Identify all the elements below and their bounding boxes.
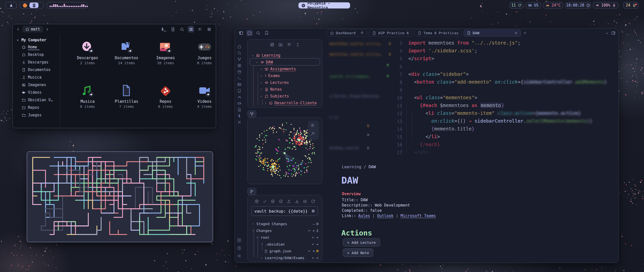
module-notifications[interactable]: 24 bbox=[623, 2, 639, 9]
add-button-partial[interactable] bbox=[343, 249, 373, 251]
chevron-right-icon[interactable] bbox=[260, 67, 263, 71]
media-widget[interactable]: Polyphia - Neurotica bbox=[298, 2, 350, 9]
new-folder-icon[interactable] bbox=[278, 43, 283, 47]
change-list-icon[interactable] bbox=[303, 199, 307, 203]
tree-item-assignments[interactable]: Assignments bbox=[260, 66, 296, 72]
ribbon-help-icon[interactable] bbox=[235, 244, 244, 252]
tab-daw[interactable]: DAW bbox=[464, 29, 521, 37]
tree-item-daw[interactable]: DAW bbox=[255, 59, 273, 65]
sidebar-root[interactable]: My Computer bbox=[16, 37, 60, 43]
chevron-down-icon[interactable] bbox=[256, 236, 259, 239]
folder-descargas[interactable]: Descargas2 items bbox=[69, 41, 106, 65]
code-editor-behind[interactable]: mentoOne.svelte src\co…UmentoTwo.svelte … bbox=[327, 38, 619, 162]
bookmark-icon[interactable] bbox=[263, 30, 270, 36]
backup-icon[interactable] bbox=[255, 199, 259, 203]
graph-panel[interactable] bbox=[247, 117, 322, 184]
launcher-button[interactable] bbox=[6, 2, 17, 9]
chevron-right-icon[interactable] bbox=[260, 74, 263, 78]
panel-left-icon[interactable] bbox=[238, 30, 244, 36]
circuit-art-window[interactable] bbox=[27, 151, 213, 242]
git-panel-tab[interactable] bbox=[247, 188, 256, 195]
ribbon-git-graph-icon[interactable] bbox=[235, 56, 244, 62]
forward-button[interactable] bbox=[45, 27, 49, 31]
file-manager-window[interactable]: matt $_ My Computer HomeDesktopDescargas… bbox=[12, 24, 216, 128]
search-icon[interactable] bbox=[255, 30, 261, 36]
ribbon-vault-icon[interactable] bbox=[235, 236, 244, 244]
sidebar-item-home[interactable]: Home bbox=[16, 43, 60, 51]
tree-item-notes[interactable]: Notes bbox=[260, 86, 282, 93]
module-clock[interactable]: 18:08:28 bbox=[565, 2, 591, 9]
module-keyboard-layout[interactable]: US bbox=[526, 2, 541, 9]
ribbon-file-search-icon[interactable] bbox=[235, 107, 244, 113]
commit-icon[interactable] bbox=[263, 199, 267, 203]
ribbon-book-icon[interactable] bbox=[235, 88, 244, 94]
git-row-actions[interactable]: ↶ + bbox=[312, 242, 318, 246]
sidebar-item-imagenes[interactable]: Imagenes bbox=[16, 81, 60, 89]
sidebar-item-desktop[interactable]: Desktop bbox=[16, 51, 60, 58]
chevron-down-icon[interactable] bbox=[252, 229, 255, 232]
git-row-actions[interactable]: ↶ +2 bbox=[308, 229, 318, 233]
chevron-right-icon[interactable] bbox=[260, 81, 263, 84]
git-row-staged-changes[interactable]: Staged Changes—0 bbox=[252, 221, 318, 227]
clear-icon[interactable] bbox=[311, 209, 315, 213]
git-row--obsidian[interactable]: .obsidian↶ + bbox=[260, 241, 318, 247]
breadcrumb[interactable]: matt bbox=[22, 26, 43, 32]
folder-icon[interactable] bbox=[246, 30, 253, 36]
sidebar-item-descargas[interactable]: Descargas bbox=[16, 58, 60, 66]
chevron-down-icon[interactable] bbox=[260, 243, 263, 246]
document-icon[interactable] bbox=[29, 3, 38, 8]
tree-item-lectures[interactable]: Lectures bbox=[260, 79, 289, 86]
folder-documentos[interactable]: Documentos14 items bbox=[108, 41, 145, 65]
sidebar-item-obsidianv[interactable]: Obsidian V… bbox=[16, 96, 60, 104]
pull-icon[interactable] bbox=[295, 199, 299, 203]
ribbon-layout-grid-icon[interactable] bbox=[235, 62, 244, 69]
unstage-all-icon[interactable] bbox=[279, 199, 283, 203]
chevron-down-icon[interactable] bbox=[260, 256, 263, 259]
sidebar-item-musica[interactable]: ♫Musica bbox=[16, 74, 60, 81]
folder-musica[interactable]: Musica6 items bbox=[69, 84, 106, 109]
list-view-icon[interactable] bbox=[197, 26, 203, 32]
chevron-down-icon[interactable] bbox=[255, 61, 259, 64]
chevron-down-icon[interactable] bbox=[252, 222, 255, 225]
terminal-icon[interactable]: $_ bbox=[160, 26, 167, 32]
folder-videos[interactable]: Videos4 items bbox=[186, 84, 223, 109]
chevron-right-icon[interactable] bbox=[260, 88, 263, 91]
new-tab-icon[interactable] bbox=[523, 31, 527, 35]
git-row-graph-json[interactable]: graph.json↶ +M bbox=[264, 248, 318, 254]
ribbon-gear-icon[interactable] bbox=[235, 252, 244, 260]
breadcrumb-parent[interactable]: Learning bbox=[342, 164, 361, 169]
close-tab-icon[interactable] bbox=[514, 31, 518, 35]
dock[interactable] bbox=[20, 2, 44, 9]
module-updates[interactable]: 11 bbox=[509, 2, 524, 9]
ribbon-dollar-icon[interactable]: $ bbox=[235, 113, 244, 119]
gear-icon[interactable] bbox=[310, 123, 315, 127]
module-volume[interactable]: 100% bbox=[593, 2, 619, 9]
sidebar-item-videos[interactable]: Videos bbox=[16, 89, 60, 96]
tab-asp-practice-6[interactable]: ASP Practice 6 bbox=[369, 29, 412, 37]
folder-plantillas[interactable]: Plantillas7 items bbox=[108, 84, 145, 109]
refresh-icon[interactable] bbox=[311, 199, 315, 203]
panel-right-icon[interactable] bbox=[611, 31, 616, 35]
ribbon-tools-icon[interactable] bbox=[235, 119, 244, 125]
git-row-actions[interactable]: ↶ + bbox=[312, 235, 318, 240]
git-row-changes[interactable]: Changes↶ +2 bbox=[252, 228, 318, 234]
link-outlook[interactable]: Outlook bbox=[377, 214, 393, 218]
ribbon-gamepad-icon[interactable] bbox=[235, 100, 244, 107]
chevron-down-icon[interactable] bbox=[251, 54, 254, 57]
chevron-right-icon[interactable] bbox=[264, 101, 267, 105]
tab-tema-6-pr-cticas-[interactable]: Tema 6 Prácticas -… bbox=[414, 29, 462, 37]
stage-all-icon[interactable] bbox=[271, 199, 275, 203]
commit-message-input[interactable]: vault backup: {{date}} bbox=[252, 206, 318, 216]
ribbon-home-icon[interactable] bbox=[235, 44, 244, 50]
ribbon-table-icon[interactable] bbox=[235, 81, 244, 88]
folder-juegos[interactable]: Juegos8 items bbox=[186, 41, 223, 65]
chevron-down-icon[interactable] bbox=[260, 95, 263, 98]
file-plus-icon[interactable] bbox=[170, 26, 176, 32]
grid-view-icon[interactable] bbox=[188, 26, 194, 32]
sidebar-item-repos[interactable]: Repos bbox=[16, 104, 60, 111]
search-icon[interactable] bbox=[179, 26, 185, 32]
tab-list-icon[interactable] bbox=[605, 31, 609, 35]
obsidian-window[interactable]: DashboardASP Practice 6Tema 6 Prácticas … bbox=[234, 28, 619, 263]
pin-icon[interactable] bbox=[360, 31, 364, 35]
git-row-learning-daw-exams[interactable]: Learning/DAW/Exams↶ + bbox=[260, 255, 318, 261]
